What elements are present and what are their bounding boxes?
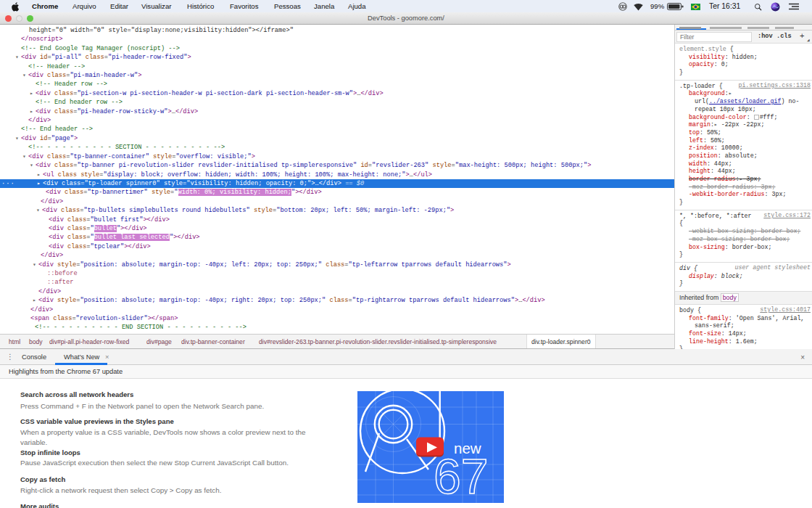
svg-text:67: 67 [434,448,489,503]
